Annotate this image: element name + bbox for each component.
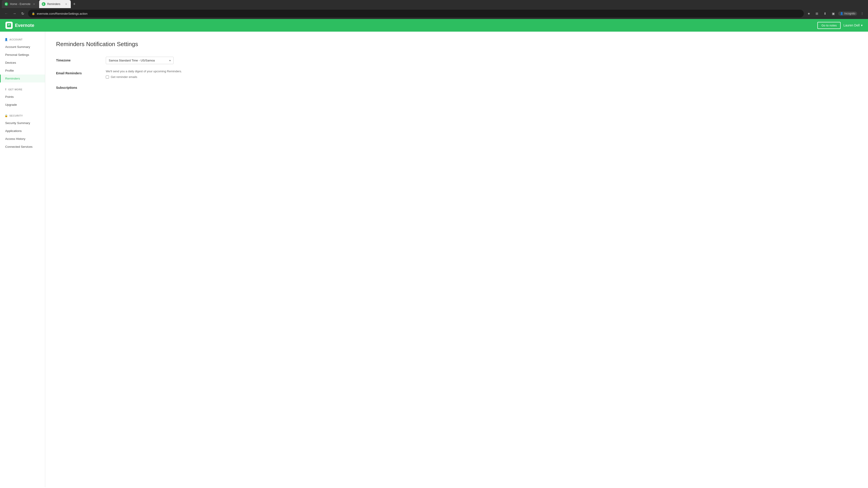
sidebar-section-security: 🔒 SECURITY bbox=[0, 112, 45, 119]
email-reminders-row: Email Reminders We'll send you a daily d… bbox=[56, 70, 857, 78]
tab-home-label: Home - Evernote bbox=[10, 2, 31, 6]
sidebar-item-security-summary[interactable]: Security Summary bbox=[0, 119, 45, 127]
timezone-label: Timezone bbox=[56, 57, 97, 62]
tab-reminders-close[interactable]: ✕ bbox=[64, 2, 68, 6]
sidebar-item-access-history[interactable]: Access History bbox=[0, 135, 45, 143]
sidebar-item-account-summary[interactable]: Account Summary bbox=[0, 43, 45, 51]
incognito-label: Incognito bbox=[844, 12, 855, 15]
back-button[interactable]: ← bbox=[3, 10, 10, 17]
evernote-app: Evernote Go to notes Lauren Dell ▾ 👤 ACC… bbox=[0, 19, 868, 487]
header-right: Go to notes Lauren Dell ▾ bbox=[817, 22, 863, 29]
incognito-badge: 👤 Incognito bbox=[838, 11, 857, 15]
devices-label: Devices bbox=[5, 61, 16, 64]
sidebar-item-points[interactable]: Points bbox=[0, 93, 45, 101]
tab-bar: E Home - Evernote ✕ E Reminders ✕ + bbox=[0, 0, 868, 8]
get-reminder-emails-row: Get reminder emails bbox=[106, 75, 857, 78]
timezone-select[interactable]: Samoa Standard Time - US/Samoa ▾ bbox=[106, 57, 174, 64]
incognito-person-icon: 👤 bbox=[840, 12, 843, 15]
main-content: Reminders Notification Settings Timezone… bbox=[45, 32, 868, 487]
security-section-label: SECURITY bbox=[9, 114, 23, 117]
get-more-section-icon: ⬆ bbox=[4, 88, 7, 91]
more-menu-icon[interactable]: ⋮ bbox=[859, 10, 865, 17]
email-reminders-control: We'll send you a daily digest of your up… bbox=[106, 70, 857, 78]
timezone-row: Timezone Samoa Standard Time - US/Samoa … bbox=[56, 57, 857, 64]
sidebar-item-personal-settings[interactable]: Personal Settings bbox=[0, 51, 45, 59]
get-reminder-emails-label: Get reminder emails bbox=[111, 75, 137, 78]
layout-icon[interactable]: ▣ bbox=[830, 10, 836, 17]
forward-button[interactable]: → bbox=[11, 10, 18, 17]
evernote-tab-icon-home: E bbox=[4, 2, 8, 6]
sidebar-spacer-1 bbox=[0, 83, 45, 86]
evernote-logo-text: Evernote bbox=[15, 23, 34, 28]
applications-label: Applications bbox=[5, 129, 22, 133]
user-menu-chevron-icon: ▾ bbox=[861, 24, 863, 27]
go-to-notes-button[interactable]: Go to notes bbox=[817, 22, 841, 29]
timezone-control: Samoa Standard Time - US/Samoa ▾ bbox=[106, 57, 857, 64]
connected-services-label: Connected Services bbox=[5, 145, 33, 149]
reminders-label: Reminders bbox=[5, 77, 20, 80]
personal-settings-label: Personal Settings bbox=[5, 53, 29, 57]
sidebar-section-account: 👤 ACCOUNT bbox=[0, 36, 45, 43]
new-tab-button[interactable]: + bbox=[71, 1, 78, 7]
toolbar-icons: ★ ⊞ ⬇ ▣ 👤 Incognito ⋮ bbox=[806, 10, 865, 17]
browser-chrome: E Home - Evernote ✕ E Reminders ✕ + ← → … bbox=[0, 0, 868, 19]
sidebar-item-devices[interactable]: Devices bbox=[0, 59, 45, 67]
extensions-icon[interactable]: ⊞ bbox=[814, 10, 820, 17]
download-icon[interactable]: ⬇ bbox=[822, 10, 828, 17]
email-reminders-description: We'll send you a daily digest of your up… bbox=[106, 70, 857, 73]
subscriptions-label: Subscriptions bbox=[56, 84, 97, 90]
tab-home-close[interactable]: ✕ bbox=[32, 2, 36, 6]
sidebar-spacer-2 bbox=[0, 109, 45, 112]
tab-reminders-label: Reminders bbox=[47, 2, 60, 6]
access-history-label: Access History bbox=[5, 137, 25, 140]
account-summary-label: Account Summary bbox=[5, 45, 30, 48]
app-body: 👤 ACCOUNT Account Summary Personal Setti… bbox=[0, 32, 868, 487]
lock-icon: 🔒 bbox=[32, 12, 35, 15]
svg-text:E: E bbox=[43, 3, 44, 5]
tab-reminders[interactable]: E Reminders ✕ bbox=[39, 0, 71, 8]
sidebar-item-connected-services[interactable]: Connected Services bbox=[0, 143, 45, 151]
upgrade-label: Upgrade bbox=[5, 103, 17, 106]
svg-text:E: E bbox=[5, 3, 7, 5]
address-bar[interactable]: 🔒 evernote.com/ReminderSettings.action bbox=[28, 10, 804, 18]
sidebar-section-get-more: ⬆ GET MORE bbox=[0, 86, 45, 93]
security-section-icon: 🔒 bbox=[4, 114, 8, 117]
account-section-icon: 👤 bbox=[4, 38, 8, 41]
timezone-value: Samoa Standard Time - US/Samoa bbox=[109, 59, 155, 62]
bookmark-icon[interactable]: ★ bbox=[806, 10, 812, 17]
sidebar-item-upgrade[interactable]: Upgrade bbox=[0, 101, 45, 109]
email-reminders-label: Email Reminders bbox=[56, 70, 97, 75]
subscriptions-row: Subscriptions bbox=[56, 84, 857, 90]
reload-button[interactable]: ↻ bbox=[19, 10, 26, 17]
sidebar-item-applications[interactable]: Applications bbox=[0, 127, 45, 135]
user-name: Lauren Dell bbox=[843, 24, 860, 27]
get-more-section-label: GET MORE bbox=[8, 88, 23, 91]
timezone-chevron-icon: ▾ bbox=[169, 59, 170, 62]
profile-label: Profile bbox=[5, 69, 14, 72]
get-reminder-emails-checkbox[interactable] bbox=[106, 75, 109, 78]
points-label: Points bbox=[5, 95, 14, 98]
evernote-tab-icon-reminders: E bbox=[42, 2, 45, 6]
sidebar: 👤 ACCOUNT Account Summary Personal Setti… bbox=[0, 32, 45, 487]
address-bar-row: ← → ↻ 🔒 evernote.com/ReminderSettings.ac… bbox=[0, 8, 868, 19]
user-menu[interactable]: Lauren Dell ▾ bbox=[843, 24, 863, 27]
evernote-header: Evernote Go to notes Lauren Dell ▾ bbox=[0, 19, 868, 32]
page-title: Reminders Notification Settings bbox=[56, 41, 857, 48]
nav-controls: ← → ↻ bbox=[3, 10, 26, 17]
sidebar-item-reminders[interactable]: Reminders bbox=[0, 74, 45, 83]
evernote-logo-icon bbox=[5, 22, 13, 29]
security-summary-label: Security Summary bbox=[5, 121, 30, 125]
address-text: evernote.com/ReminderSettings.action bbox=[37, 12, 800, 15]
tab-home[interactable]: E Home - Evernote ✕ bbox=[2, 0, 39, 8]
account-section-label: ACCOUNT bbox=[9, 38, 23, 41]
sidebar-item-profile[interactable]: Profile bbox=[0, 67, 45, 74]
evernote-logo: Evernote bbox=[5, 22, 34, 29]
